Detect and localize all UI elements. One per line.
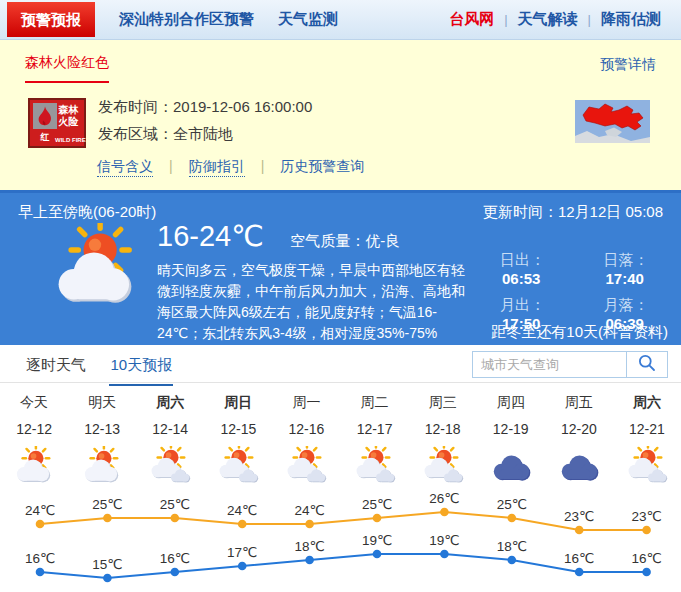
temp-point [305,556,314,565]
separator: | [504,12,507,27]
nav-link-1[interactable]: 天气解读 [518,10,578,29]
temp-label: 15℃ [92,557,122,572]
day-name-8: 周五 [545,393,613,413]
weather-icon-sun-clouds [136,441,204,489]
day-name-9: 周六 [613,393,681,413]
forecast-section: 逐时天气 10天预报 今天明天周六周日周一周二周三周四周五周六12-1212-1… [0,345,681,592]
nav-link-2[interactable]: 降雨估测 [601,10,661,29]
temp-label: 25℃ [362,497,392,512]
weather-icon-dark-cloud [477,441,545,489]
weather-icon-dark-cloud [545,441,613,489]
day-date-4: 12-16 [272,413,340,441]
temp-point [642,568,651,577]
publish-area-row: 发布区域：全市陆地 [98,125,312,144]
day-date-3: 12-15 [204,413,272,441]
temp-point [575,568,584,577]
temp-label: 25℃ [497,497,527,512]
city-search-box [472,351,668,378]
weather-icon-sun-cloud [48,223,144,310]
day-date-6: 12-18 [409,413,477,441]
weather-icon-sun-clouds [272,441,340,489]
weather-description: 晴天间多云，空气极度干燥，早晨中西部地区有轻微到轻度灰霾，中午前后风力加大，沿海… [157,260,472,344]
warning-link-2[interactable]: 历史预警查询 [280,158,364,174]
update-time-label: 更新时间： [483,203,558,220]
temp-label: 25℃ [160,497,190,512]
city-search-input[interactable] [473,352,626,377]
publish-time-label: 发布时间： [98,98,173,115]
sun-moon-label: 日出： [500,251,545,268]
temp-label: 26℃ [429,491,459,506]
temp-label: 24℃ [227,503,257,518]
temp-label: 19℃ [429,533,459,548]
day-date-2: 12-14 [136,413,204,441]
temp-label: 23℃ [632,509,662,524]
warning-quick-links: 信号含义|防御指引|历史预警查询 [97,158,364,176]
temp-point [575,526,584,535]
warning-region-map[interactable] [575,100,650,143]
temp-point [36,568,45,577]
temp-line-0 [40,512,647,530]
day-name-6: 周三 [409,393,477,413]
temp-line-1 [40,554,647,578]
temp-point [171,514,180,523]
temp-point [103,574,112,583]
temp-point [238,520,247,529]
air-quality: 空气质量：优-良 [290,232,400,249]
badge-title: 森林 火险 [56,104,81,128]
top-right-links: 台风网|天气解读|降雨估测 [449,10,681,29]
temp-point [103,514,112,523]
tab-warning-forecast[interactable]: 预警预报 [7,2,95,37]
day-name-5: 周二 [340,393,408,413]
search-button[interactable] [626,352,667,377]
tab-forest-fire-red[interactable]: 森林火险红色 [25,54,109,83]
flame-icon [33,103,57,129]
update-time-value: 12月12日 05:08 [558,203,663,220]
temp-point [508,514,517,523]
temp-label: 17℃ [227,545,257,560]
day-date-8: 12-20 [545,413,613,441]
weather-icon-sun-cloud [68,441,136,489]
temperature-row: 16-24℃ 空气质量：优-良 [157,219,472,253]
search-icon [638,354,656,375]
temp-label: 16℃ [160,551,190,566]
publish-area-value: 全市陆地 [173,125,233,142]
tab-10day-forecast[interactable]: 10天预报 [109,345,173,386]
temp-label: 16℃ [25,551,55,566]
day-name-2: 周六 [136,393,204,413]
warning-link-0[interactable]: 信号含义 [97,158,153,177]
tab-weather-monitoring[interactable]: 天气监测 [278,10,338,29]
warning-panel: 森林火险红色 预警详情 森林 火险 红 WILD FIRE [0,40,681,190]
weather-icon-sun-cloud [0,441,68,489]
weather-app: 预警预报 深汕特别合作区预警 天气监测 台风网|天气解读|降雨估测 森林火险红色… [0,0,681,592]
badge-level: 红 [33,131,57,144]
ten-day-grid: 今天明天周六周日周一周二周三周四周五周六12-1212-1312-1412-15… [0,393,681,489]
tab-shenshan-cooperation-warning[interactable]: 深汕特别合作区预警 [119,10,254,29]
warning-details-link[interactable]: 预警详情 [600,56,656,74]
temp-point [373,550,382,559]
forecast-tabbar: 逐时天气 10天预报 [0,345,681,383]
temp-label: 16℃ [632,551,662,566]
forecast-period: 早上至傍晚(06-20时) [18,203,156,220]
day-date-9: 12-21 [613,413,681,441]
temp-label: 25℃ [92,497,122,512]
day-date-5: 12-17 [340,413,408,441]
badge-english-label: WILD FIRE [55,137,82,143]
nav-link-0[interactable]: 台风网 [449,10,494,29]
temp-label: 19℃ [362,533,392,548]
temp-point [305,520,314,529]
top-navigation: 预警预报 深汕特别合作区预警 天气监测 台风网|天气解读|降雨估测 [0,0,681,40]
air-quality-value: 优-良 [365,232,400,249]
day-name-0: 今天 [0,393,68,413]
solstice-note: 距冬至还有10天(科普资料) [491,323,668,342]
temperature-chart: 24℃25℃25℃24℃24℃25℃26℃25℃23℃23℃16℃15℃16℃1… [0,489,681,592]
update-time: 更新时间：12月12日 05:08 [483,203,663,222]
weather-icon-sun-clouds [409,441,477,489]
tab-hourly-weather[interactable]: 逐时天气 [25,345,87,384]
warning-link-1[interactable]: 防御指引 [189,158,245,177]
temp-label: 18℃ [497,539,527,554]
warning-body: 森林 火险 红 WILD FIRE 发布时间：2019-12-06 16:00:… [28,98,312,152]
sun-moon-label: 月落： [604,296,649,313]
current-weather-main: 16-24℃ 空气质量：优-良 晴天间多云，空气极度干燥，早晨中西部地区有轻微到… [157,219,472,344]
temp-point [373,514,382,523]
temp-point [440,550,449,559]
